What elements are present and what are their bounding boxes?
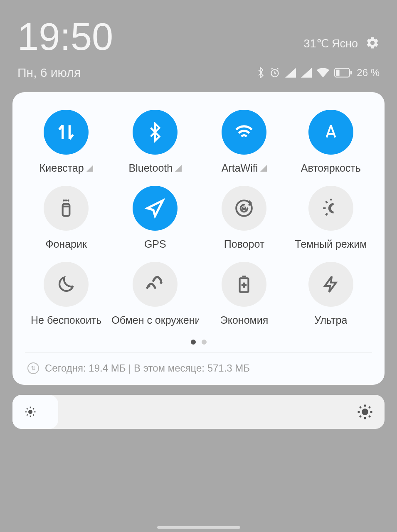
brightness-slider[interactable] [12, 395, 385, 429]
wifi-status-icon [317, 68, 329, 78]
svg-line-16 [33, 414, 34, 416]
tile-label: Ультра [314, 314, 347, 326]
svg-line-26 [360, 416, 361, 417]
gps-icon[interactable] [133, 186, 178, 231]
svg-point-19 [362, 409, 368, 415]
data-usage-text: Сегодня: 19.4 МБ | В этом месяце: 571.3 … [45, 362, 250, 374]
page-dot-active [191, 340, 196, 345]
svg-line-25 [369, 416, 370, 417]
svg-line-15 [27, 408, 28, 409]
data-icon[interactable] [44, 110, 89, 155]
tile-gps[interactable]: GPS [111, 186, 199, 250]
svg-line-17 [27, 414, 28, 416]
tile-data[interactable]: Киевстар [25, 110, 107, 174]
battery-icon[interactable] [222, 262, 266, 307]
flashlight-icon[interactable] [44, 186, 89, 231]
wifi-icon[interactable] [222, 110, 266, 155]
tile-label: Автояркость [301, 162, 361, 174]
autobright-icon[interactable] [308, 110, 353, 155]
share-icon[interactable] [133, 262, 178, 307]
header: 19:50 31℃ Ясно Пн, 6 июля 26 % [0, 0, 397, 80]
battery-percent: 26 % [357, 67, 380, 79]
weather-row: 31℃ Ясно [304, 36, 380, 56]
svg-point-10 [28, 410, 32, 414]
settings-icon[interactable] [365, 36, 380, 52]
signal2-status-icon [301, 68, 312, 78]
home-indicator[interactable] [157, 526, 240, 529]
expand-indicator-icon[interactable] [260, 165, 267, 172]
tile-label: Фонарик [45, 238, 86, 250]
svg-line-18 [33, 408, 34, 409]
dark-icon[interactable] [308, 186, 353, 231]
rotate-icon[interactable] [222, 186, 266, 231]
brightness-high-icon [357, 404, 373, 420]
tile-share[interactable]: Обмен с окружением [111, 262, 199, 326]
tile-flashlight[interactable]: Фонарик [25, 186, 107, 250]
tile-bluetooth[interactable]: Bluetooth [111, 110, 199, 174]
alarm-status-icon [269, 67, 280, 78]
dnd-icon[interactable] [44, 262, 89, 307]
battery-status-icon [334, 68, 352, 78]
signal1-status-icon [285, 68, 296, 78]
tile-label: Не беспокоить [31, 314, 101, 326]
data-usage-icon: ⇅ [27, 362, 39, 374]
tile-rotate[interactable]: Поворот [203, 186, 285, 250]
quick-settings-panel: КиевстарBluetoothArtaWifiАвтояркостьФона… [12, 92, 385, 385]
page-indicator[interactable] [25, 340, 372, 345]
clock-time: 19:50 [17, 17, 113, 56]
date-text: Пн, 6 июля [17, 66, 81, 80]
svg-rect-3 [336, 70, 339, 76]
ultra-icon[interactable] [308, 262, 353, 307]
tile-label: Экономия [220, 314, 269, 326]
expand-indicator-icon[interactable] [175, 165, 182, 172]
tile-label: GPS [144, 238, 166, 250]
bluetooth-icon[interactable] [133, 110, 178, 155]
tile-label: Bluetooth [129, 162, 182, 174]
tile-wifi[interactable]: ArtaWifi [203, 110, 285, 174]
tile-label: Обмен с окружением [111, 314, 199, 326]
tile-ultra[interactable]: Ультра [290, 262, 372, 326]
tile-battery[interactable]: Экономия [203, 262, 285, 326]
tile-label: Поворот [224, 238, 265, 250]
tile-grid: КиевстарBluetoothArtaWifiАвтояркостьФона… [25, 110, 372, 326]
data-usage-row[interactable]: ⇅ Сегодня: 19.4 МБ | В этом месяце: 571.… [25, 352, 372, 385]
tile-dnd[interactable]: Не беспокоить [25, 262, 107, 326]
page-dot-inactive [202, 340, 207, 345]
tile-label: ArtaWifi [222, 162, 267, 174]
svg-line-24 [360, 406, 361, 408]
tile-autobright[interactable]: Автояркость [290, 110, 372, 174]
svg-point-7 [148, 285, 150, 287]
tile-label: Киевстар [39, 162, 93, 174]
weather-text[interactable]: 31℃ Ясно [304, 37, 358, 50]
status-icons: 26 % [256, 67, 380, 79]
header-top: 19:50 31℃ Ясно [17, 17, 380, 56]
bluetooth-status-icon [256, 67, 264, 78]
brightness-low-icon [24, 406, 37, 418]
header-bottom: Пн, 6 июля 26 % [17, 66, 380, 80]
svg-rect-2 [350, 71, 352, 74]
tile-dark[interactable]: Темный режим [290, 186, 372, 250]
svg-point-8 [160, 281, 163, 284]
tile-label: Темный режим [295, 238, 367, 250]
expand-indicator-icon[interactable] [86, 165, 93, 172]
svg-line-27 [369, 406, 370, 408]
